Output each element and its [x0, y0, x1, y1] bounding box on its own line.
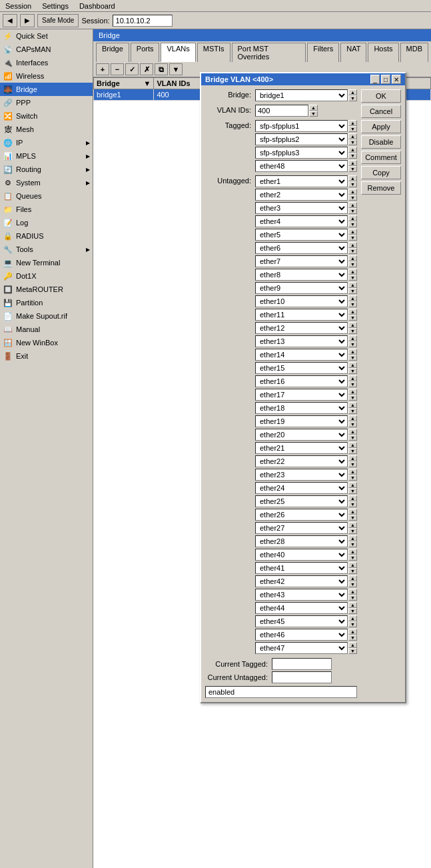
disable-button-dialog[interactable]: Disable: [361, 135, 401, 149]
untagged-ether10-up[interactable]: ▲: [348, 295, 357, 301]
untagged-ether40-down[interactable]: ▼: [348, 555, 357, 561]
untagged-port-ether45[interactable]: ether45: [255, 615, 348, 627]
untagged-ether5-down[interactable]: ▼: [348, 235, 357, 241]
sidebar-item-capsman[interactable]: 📡 CAPsMAN: [0, 43, 93, 56]
untagged-port-ether17[interactable]: ether17: [255, 389, 348, 401]
untagged-ether11-down[interactable]: ▼: [348, 315, 357, 321]
untagged-port-ether8[interactable]: ether8: [255, 269, 348, 281]
remove-button-dialog[interactable]: Remove: [361, 181, 401, 195]
tagged-sfp2-up[interactable]: ▲: [348, 133, 357, 139]
tagged-port-sfpplus2[interactable]: sfp-sfpplus2: [255, 133, 348, 145]
sidebar-item-dot1x[interactable]: 🔑 Dot1X: [0, 269, 93, 283]
untagged-ether42-down[interactable]: ▼: [348, 581, 357, 587]
untagged-ether11-up[interactable]: ▲: [348, 309, 357, 315]
untagged-port-ether25[interactable]: ether25: [255, 495, 348, 507]
untagged-ether19-down[interactable]: ▼: [348, 421, 357, 427]
untagged-ether24-up[interactable]: ▲: [348, 482, 357, 488]
untagged-ether44-down[interactable]: ▼: [348, 608, 357, 614]
untagged-port-ether2[interactable]: ether2: [255, 189, 348, 201]
untagged-ether25-down[interactable]: ▼: [348, 501, 357, 507]
maximize-button[interactable]: □: [381, 75, 390, 84]
untagged-ether18-down[interactable]: ▼: [348, 408, 357, 414]
sidebar-item-queues[interactable]: 📋 Queues: [0, 189, 93, 203]
untagged-port-ether5[interactable]: ether5: [255, 229, 348, 241]
current-tagged-input[interactable]: [272, 658, 332, 670]
sidebar-item-mesh[interactable]: 🕸 Mesh: [0, 123, 93, 136]
untagged-ether12-down[interactable]: ▼: [348, 328, 357, 334]
untagged-ether42-up[interactable]: ▲: [348, 575, 357, 581]
sidebar-item-switch[interactable]: 🔀 Switch: [0, 109, 93, 123]
untagged-ether47-down[interactable]: ▼: [348, 648, 357, 654]
untagged-ether47-up[interactable]: ▲: [348, 642, 357, 648]
bridge-up-btn[interactable]: ▲: [348, 89, 357, 95]
untagged-ether22-up[interactable]: ▲: [348, 455, 357, 461]
untagged-ether43-up[interactable]: ▲: [348, 589, 357, 595]
tab-bridge[interactable]: Bridge: [96, 43, 129, 62]
session-input[interactable]: [113, 15, 173, 27]
untagged-ether10-down[interactable]: ▼: [348, 301, 357, 307]
remove-button[interactable]: −: [111, 63, 124, 75]
untagged-port-ether16[interactable]: ether16: [255, 375, 348, 387]
untagged-port-ether28[interactable]: ether28: [255, 535, 348, 547]
untagged-port-ether9[interactable]: ether9: [255, 282, 348, 294]
menu-settings[interactable]: Settings: [37, 1, 74, 11]
untagged-ether7-down[interactable]: ▼: [348, 261, 357, 267]
sidebar-item-system[interactable]: ⚙ System ▶: [0, 176, 93, 189]
untagged-ether3-down[interactable]: ▼: [348, 208, 357, 214]
tagged-sfp3-up[interactable]: ▲: [348, 147, 357, 153]
untagged-ether28-down[interactable]: ▼: [348, 541, 357, 547]
untagged-ether15-up[interactable]: ▲: [348, 362, 357, 368]
untagged-ether8-up[interactable]: ▲: [348, 269, 357, 275]
add-button[interactable]: +: [96, 63, 109, 75]
safe-mode-button[interactable]: Safe Mode: [37, 14, 79, 27]
untagged-ether46-down[interactable]: ▼: [348, 635, 357, 641]
untagged-ether16-up[interactable]: ▲: [348, 375, 357, 381]
untagged-ether24-down[interactable]: ▼: [348, 488, 357, 494]
sidebar-item-ip[interactable]: 🌐 IP ▶: [0, 136, 93, 149]
menu-dashboard[interactable]: Dashboard: [74, 1, 121, 11]
untagged-port-ether23[interactable]: ether23: [255, 469, 348, 481]
untagged-ether27-up[interactable]: ▲: [348, 522, 357, 528]
untagged-ether21-down[interactable]: ▼: [348, 448, 357, 454]
untagged-port-ether26[interactable]: ether26: [255, 509, 348, 521]
sidebar-item-make-supout[interactable]: 📄 Make Supout.rif: [0, 309, 93, 323]
cancel-button[interactable]: Cancel: [361, 105, 401, 118]
copy-button[interactable]: ⧉: [155, 63, 168, 75]
untagged-ether6-down[interactable]: ▼: [348, 248, 357, 254]
untagged-ether46-up[interactable]: ▲: [348, 629, 357, 635]
untagged-ether19-up[interactable]: ▲: [348, 415, 357, 421]
enable-button[interactable]: ✓: [125, 63, 139, 75]
untagged-port-ether13[interactable]: ether13: [255, 335, 348, 347]
untagged-ether28-up[interactable]: ▲: [348, 535, 357, 541]
vlan-ids-input[interactable]: [255, 105, 308, 117]
untagged-port-ether27[interactable]: ether27: [255, 522, 348, 534]
untagged-ether9-up[interactable]: ▲: [348, 282, 357, 288]
sidebar-item-quick-set[interactable]: ⚡ Quick Set: [0, 29, 93, 43]
tab-ports[interactable]: Ports: [131, 43, 160, 62]
sidebar-item-tools[interactable]: 🔧 Tools ▶: [0, 243, 93, 256]
untagged-port-ether1[interactable]: ether1: [255, 175, 348, 187]
vlan-up-btn[interactable]: ▲: [309, 105, 318, 111]
untagged-port-ether43[interactable]: ether43: [255, 589, 348, 601]
untagged-ether6-up[interactable]: ▲: [348, 242, 357, 248]
current-untagged-input[interactable]: [272, 671, 332, 683]
menu-session[interactable]: Session: [0, 1, 37, 11]
tagged-sfp1-down[interactable]: ▼: [348, 126, 357, 132]
untagged-port-ether10[interactable]: ether10: [255, 295, 348, 307]
untagged-ether1-down[interactable]: ▼: [348, 181, 357, 187]
untagged-ether40-up[interactable]: ▲: [348, 549, 357, 555]
untagged-ether13-up[interactable]: ▲: [348, 335, 357, 341]
tagged-sfp1-up[interactable]: ▲: [348, 120, 357, 126]
untagged-port-ether19[interactable]: ether19: [255, 415, 348, 427]
filter-button[interactable]: ▼: [169, 63, 183, 75]
untagged-port-ether21[interactable]: ether21: [255, 442, 348, 454]
untagged-port-ether46[interactable]: ether46: [255, 629, 348, 641]
untagged-ether18-up[interactable]: ▲: [348, 402, 357, 408]
tagged-sfp3-down[interactable]: ▼: [348, 153, 357, 159]
tagged-ether48-down[interactable]: ▼: [348, 166, 357, 172]
sidebar-item-new-winbox[interactable]: 🪟 New WinBox: [0, 336, 93, 349]
sidebar-item-log[interactable]: 📝 Log: [0, 216, 93, 229]
untagged-port-ether15[interactable]: ether15: [255, 362, 348, 374]
untagged-ether20-down[interactable]: ▼: [348, 435, 357, 441]
sidebar-item-wireless[interactable]: 📶 Wireless: [0, 69, 93, 83]
